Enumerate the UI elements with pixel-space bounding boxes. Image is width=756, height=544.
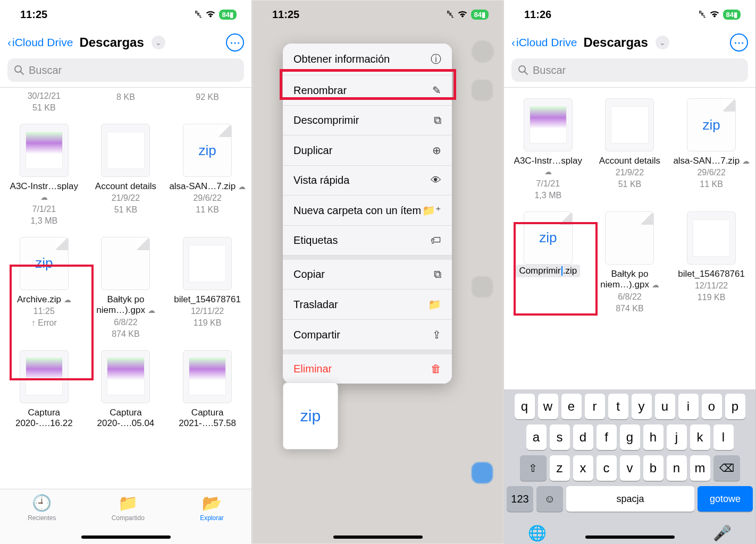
key-y[interactable]: y: [632, 394, 652, 419]
file-item[interactable]: zip Archive.zip ☁︎ 11:25 ↑ Error: [3, 234, 85, 347]
menu-tag[interactable]: Etiquetas 🏷: [283, 226, 452, 256]
key-l[interactable]: l: [713, 424, 734, 450]
emoji-key[interactable]: ☺: [536, 486, 563, 512]
file-item[interactable]: zip alsa-SAN…7.zip ☁︎ 29/6/22 11 KB: [166, 121, 248, 234]
file-item[interactable]: Captura 2020-….16.22: [3, 347, 85, 437]
file-item[interactable]: Account details 21/9/22 51 KB: [85, 121, 167, 234]
back-button[interactable]: ‹ iCloud Drive: [7, 36, 73, 49]
menu-archive[interactable]: Descomprimir ⧉: [283, 106, 452, 135]
file-item[interactable]: Captura 2021-….57.58: [166, 347, 248, 437]
key-x[interactable]: x: [573, 455, 593, 481]
globe-icon[interactable]: 🌐: [528, 524, 547, 542]
file-item[interactable]: bilet_154678761 12/11/22 119 KB: [166, 234, 248, 347]
key-i[interactable]: i: [678, 394, 699, 419]
key-u[interactable]: u: [655, 394, 675, 419]
cloud-icon: ☁︎: [742, 157, 750, 165]
file-item[interactable]: 8 KB: [85, 90, 167, 121]
file-item[interactable]: zip Comprimir.zip: [507, 208, 589, 321]
menu-dup[interactable]: Duplicar ⊕: [283, 135, 452, 166]
key-w[interactable]: w: [538, 394, 558, 419]
key-a[interactable]: a: [526, 424, 547, 450]
key-g[interactable]: g: [620, 424, 640, 450]
file-item[interactable]: Account details 21/9/22 51 KB: [589, 95, 671, 208]
key-t[interactable]: t: [608, 394, 628, 419]
eye-icon: 👁: [431, 174, 441, 186]
cloud-icon: ☁︎: [652, 280, 659, 289]
key-j[interactable]: j: [667, 424, 687, 450]
nav-header: ‹ iCloud Drive Descargas ⌄ ⋯: [504, 29, 755, 56]
key-f[interactable]: f: [597, 424, 617, 450]
menu-share[interactable]: Compartir ⇪: [283, 320, 452, 350]
key-o[interactable]: o: [702, 394, 722, 419]
status-bar: 11:25 ␡ 84▮: [252, 0, 503, 29]
search-icon: [14, 65, 24, 75]
shared-folder-icon: 📁: [118, 494, 138, 512]
file-item[interactable]: zip alsa-SAN…7.zip ☁︎ 29/6/22 11 KB: [670, 95, 752, 208]
tab-browse[interactable]: 📂 Explorar: [200, 494, 224, 544]
file-item[interactable]: 92 KB: [166, 90, 248, 121]
svg-line-3: [525, 72, 527, 74]
menu-folder[interactable]: Trasladar 📁: [283, 290, 452, 320]
file-grid[interactable]: 30/12/2151 KB 8 KB 92 KB A3C-Instr…splay…: [0, 88, 251, 489]
key-q[interactable]: q: [515, 394, 535, 419]
key-d[interactable]: d: [573, 424, 593, 450]
key-m[interactable]: m: [690, 455, 710, 481]
key-h[interactable]: h: [643, 424, 663, 450]
search-field[interactable]: Buscar: [511, 58, 748, 82]
file-item[interactable]: bilet_154678761 12/11/22 119 KB: [670, 208, 752, 321]
key-b[interactable]: b: [643, 455, 663, 481]
home-indicator[interactable]: [585, 536, 675, 539]
file-item[interactable]: Captura 2020-….05.04: [85, 347, 167, 437]
file-item[interactable]: Bałtyk po niem…).gpx ☁︎ 6/8/22 874 KB: [85, 234, 167, 347]
more-button[interactable]: ⋯: [730, 33, 748, 52]
menu-trash[interactable]: Eliminar 🗑: [283, 354, 452, 384]
search-placeholder: Buscar: [29, 64, 62, 76]
shift-key[interactable]: ⇧: [520, 455, 547, 481]
cloud-icon: ☁︎: [544, 167, 552, 176]
done-key[interactable]: gotowe: [698, 486, 753, 512]
key-e[interactable]: e: [561, 394, 582, 419]
title-dropdown[interactable]: ⌄: [152, 36, 165, 49]
file-item[interactable]: 30/12/2151 KB: [3, 90, 85, 121]
battery-indicator: 84▮: [471, 10, 489, 20]
screen-rename: 11:26 ␡ 84▮ ‹ iCloud Drive Descargas ⌄ ⋯…: [504, 0, 756, 544]
menu-copy[interactable]: Copiar ⧉: [283, 260, 452, 290]
key-c[interactable]: c: [597, 455, 617, 481]
key-n[interactable]: n: [667, 455, 687, 481]
menu-newfolder[interactable]: Nueva carpeta con un ítem 📁⁺: [283, 196, 452, 226]
battery-indicator: 84▮: [723, 10, 741, 20]
key-k[interactable]: k: [690, 424, 710, 450]
backspace-key[interactable]: ⌫: [713, 455, 740, 481]
key-r[interactable]: r: [585, 394, 605, 419]
file-item[interactable]: A3C-Instr…splay ☁︎ 7/1/21 1,3 MB: [507, 95, 589, 208]
svg-point-2: [519, 66, 525, 72]
more-button[interactable]: ⋯: [226, 33, 244, 52]
search-field[interactable]: Buscar: [7, 58, 244, 82]
wifi-icon: [205, 10, 216, 19]
back-button[interactable]: ‹ iCloud Drive: [511, 36, 577, 49]
status-bar: 11:26 ␡ 84▮: [504, 0, 755, 29]
tab-recents[interactable]: 🕘 Recientes: [28, 494, 56, 544]
mic-icon[interactable]: 🎤: [713, 524, 732, 542]
home-indicator[interactable]: [333, 536, 423, 539]
back-label: iCloud Drive: [12, 36, 73, 49]
key-z[interactable]: z: [550, 455, 570, 481]
file-item[interactable]: A3C-Instr…splay ☁︎ 7/1/21 1,3 MB: [3, 121, 85, 234]
space-key[interactable]: spacja: [566, 486, 694, 512]
title-dropdown[interactable]: ⌄: [656, 36, 669, 49]
cloud-icon: ☁︎: [148, 306, 155, 314]
home-indicator[interactable]: [81, 536, 171, 539]
file-item[interactable]: Bałtyk po niem…).gpx ☁︎ 6/8/22 874 KB: [589, 208, 671, 321]
menu-eye[interactable]: Vista rápida 👁: [283, 166, 452, 196]
file-grid[interactable]: A3C-Instr…splay ☁︎ 7/1/21 1,3 MB Account…: [504, 88, 755, 389]
key-p[interactable]: p: [725, 394, 745, 419]
numbers-key[interactable]: 123: [507, 486, 533, 512]
page-title: Descargas: [79, 35, 144, 50]
copy-icon: ⧉: [434, 268, 441, 280]
key-v[interactable]: v: [620, 455, 640, 481]
key-s[interactable]: s: [550, 424, 570, 450]
clock: 11:25: [20, 8, 47, 21]
menu-label: Eliminar: [293, 363, 332, 375]
folder-icon: 📁: [428, 298, 441, 311]
rename-input[interactable]: Comprimir.zip: [516, 265, 580, 277]
